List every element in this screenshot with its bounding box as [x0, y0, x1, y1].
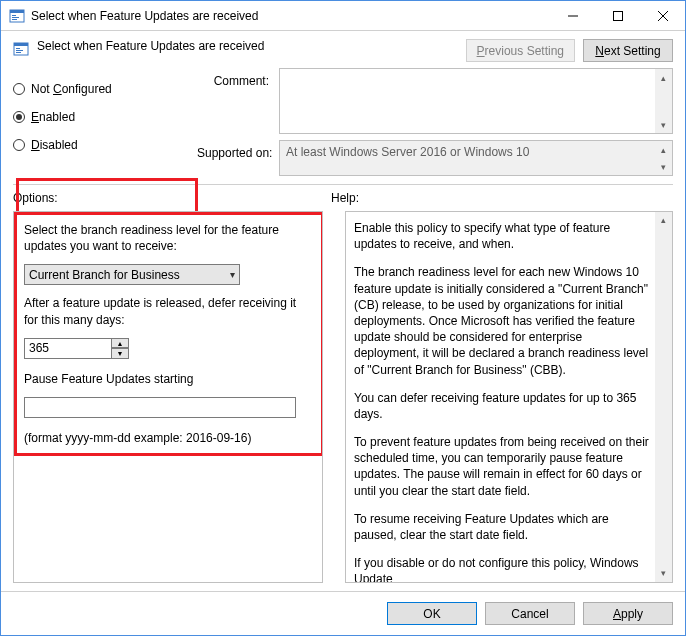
radio-enabled[interactable]: Enabled: [13, 110, 183, 124]
spin-up-button[interactable]: ▲: [112, 338, 129, 349]
help-pane: Enable this policy to specify what type …: [345, 211, 673, 583]
help-text: You can defer receiving feature updates …: [354, 390, 650, 422]
svg-rect-12: [16, 50, 23, 51]
policy-dialog: Select when Feature Updates are received…: [0, 0, 686, 636]
branch-value: Current Branch for Business: [29, 268, 180, 282]
apply-button[interactable]: Apply: [583, 602, 673, 625]
pane-labels: Options: Help:: [13, 191, 673, 205]
next-setting-button[interactable]: Next Setting: [583, 39, 673, 62]
help-text: To resume receiving Feature Updates whic…: [354, 511, 650, 543]
chevron-down-icon: ▾: [230, 269, 235, 280]
pane-splitter[interactable]: [331, 211, 337, 583]
help-text: The branch readiness level for each new …: [354, 264, 650, 377]
radio-disabled[interactable]: Disabled: [13, 138, 183, 152]
scroll-up-icon[interactable]: ▴: [655, 212, 672, 229]
svg-rect-11: [16, 48, 20, 49]
scroll-down-icon[interactable]: ▾: [655, 565, 672, 582]
radio-icon: [13, 83, 25, 95]
help-label: Help:: [331, 191, 359, 205]
minimize-button[interactable]: [550, 1, 595, 30]
cancel-button[interactable]: Cancel: [485, 602, 575, 625]
radio-icon: [13, 139, 25, 151]
header-row: Select when Feature Updates are received…: [1, 31, 685, 62]
supported-label: Supported on:: [197, 140, 269, 176]
svg-rect-13: [16, 52, 21, 53]
state-radios: Not Configured Enabled Disabled: [13, 68, 183, 176]
pause-hint: (format yyyy-mm-dd example: 2016-09-16): [24, 430, 312, 446]
ok-button[interactable]: OK: [387, 602, 477, 625]
previous-setting-button: Previous Setting: [466, 39, 575, 62]
radio-icon: [13, 111, 25, 123]
help-text: Enable this policy to specify what type …: [354, 220, 650, 252]
maximize-button[interactable]: [595, 1, 640, 30]
titlebar: Select when Feature Updates are received: [1, 1, 685, 31]
comment-textarea[interactable]: ▴ ▾: [279, 68, 673, 134]
policy-icon: [13, 41, 29, 57]
dialog-footer: OK Cancel Apply: [1, 591, 685, 635]
scrollbar[interactable]: ▴ ▾: [655, 69, 672, 133]
close-button[interactable]: [640, 1, 685, 30]
scrollbar: ▴ ▾: [655, 141, 672, 175]
window-controls: [550, 1, 685, 30]
help-text: To prevent feature updates from being re…: [354, 434, 650, 499]
pause-date-input[interactable]: [24, 397, 296, 418]
svg-rect-6: [613, 11, 622, 20]
divider: [13, 184, 673, 185]
comment-label: Comment:: [197, 68, 269, 134]
supported-on-text: At least Windows Server 2016 or Windows …: [286, 145, 529, 159]
branch-prompt: Select the branch readiness level for th…: [24, 222, 312, 254]
branch-combobox[interactable]: Current Branch for Business ▾: [24, 264, 240, 285]
scroll-up-icon: ▴: [655, 141, 672, 158]
svg-rect-4: [12, 19, 17, 20]
defer-prompt: After a feature update is released, defe…: [24, 295, 312, 327]
svg-rect-2: [12, 15, 16, 16]
options-label: Options:: [13, 191, 331, 205]
scroll-down-icon: ▾: [655, 158, 672, 175]
svg-rect-3: [12, 17, 19, 18]
scroll-down-icon[interactable]: ▾: [655, 116, 672, 133]
policy-icon: [9, 8, 25, 24]
defer-days-input[interactable]: [24, 338, 112, 359]
svg-rect-10: [14, 43, 28, 46]
help-text: If you disable or do not configure this …: [354, 555, 650, 583]
scroll-up-icon[interactable]: ▴: [655, 69, 672, 86]
radio-not-configured[interactable]: Not Configured: [13, 82, 183, 96]
scrollbar[interactable]: ▴ ▾: [655, 212, 672, 582]
header-title: Select when Feature Updates are received: [37, 39, 458, 53]
defer-days-spinner[interactable]: ▲ ▼: [24, 338, 312, 359]
supported-on-box: At least Windows Server 2016 or Windows …: [279, 140, 673, 176]
svg-rect-1: [10, 10, 24, 13]
options-pane: Select the branch readiness level for th…: [13, 211, 323, 583]
window-title: Select when Feature Updates are received: [31, 9, 550, 23]
spin-down-button[interactable]: ▼: [112, 348, 129, 359]
pause-prompt: Pause Feature Updates starting: [24, 371, 312, 387]
